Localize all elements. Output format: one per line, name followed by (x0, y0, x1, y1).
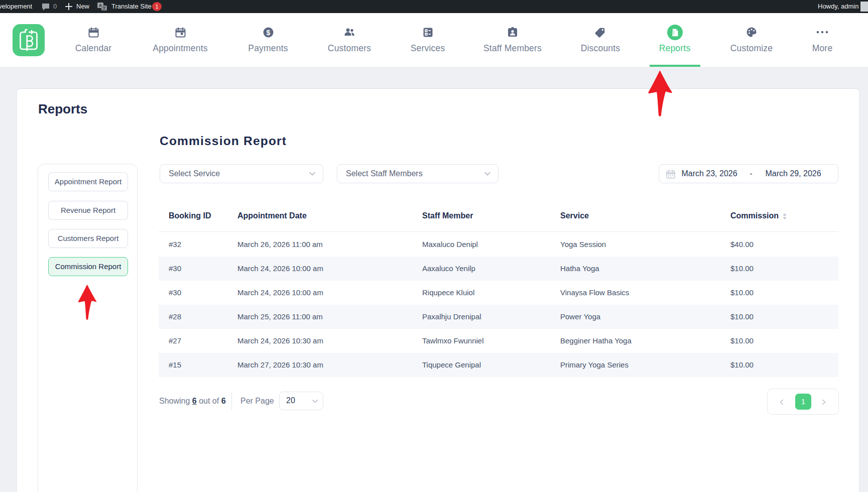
svg-text:文: 文 (102, 6, 106, 11)
svg-text:$: $ (266, 28, 270, 36)
